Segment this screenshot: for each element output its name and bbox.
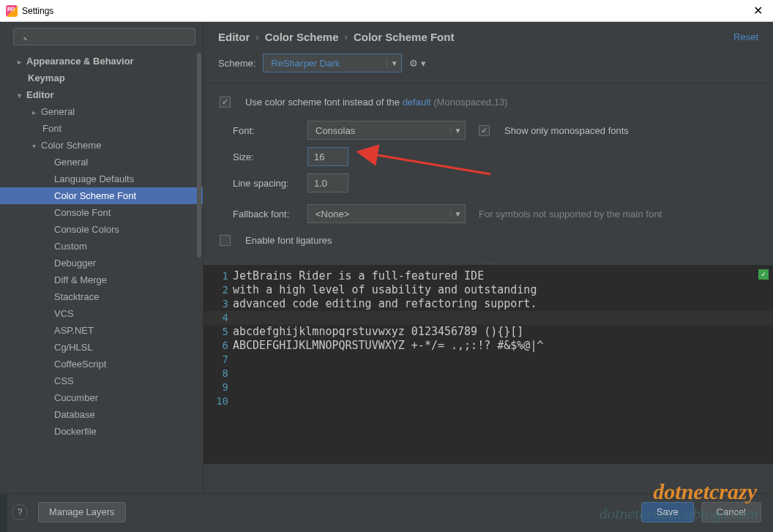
chevron-right-icon: › (345, 31, 348, 42)
dialog-footer: ? Manage Layers Save Cancel (0, 493, 773, 530)
help-button[interactable]: ? (12, 504, 28, 520)
crumb-editor[interactable]: Editor (218, 31, 250, 43)
default-link[interactable]: default (403, 97, 431, 108)
tree-arrow-icon: ▾ (18, 91, 26, 100)
tree-arrow-icon: ▸ (18, 58, 26, 66)
preview-code: JetBrains Rider is a full-featured IDEwi… (233, 269, 769, 408)
linespacing-input[interactable] (307, 173, 348, 192)
linespacing-label: Line spacing: (233, 178, 299, 189)
tree-item-css[interactable]: CSS (0, 372, 203, 389)
font-preview: 12345678910 JetBrains Rider is a full-fe… (203, 265, 773, 464)
tree-arrow-icon: ▸ (32, 108, 41, 116)
tree-item-cg-hlsl[interactable]: Cg/HLSL (0, 339, 203, 356)
chevron-down-icon: ▼ (450, 210, 465, 218)
tree-item-console-font[interactable]: Console Font (0, 204, 203, 221)
tree-item-cucumber[interactable]: Cucumber (0, 389, 203, 406)
breadcrumb: Editor › Color Scheme › Color Scheme Fon… (203, 22, 773, 50)
font-dropdown[interactable]: Consolas ▼ (307, 121, 466, 140)
tree-item-keymap[interactable]: Keymap (0, 70, 203, 86)
scheme-value: ReSharper Dark (264, 58, 386, 69)
chevron-right-icon: › (255, 31, 258, 42)
reset-link[interactable]: Reset (733, 31, 758, 42)
fallback-label: Fallback font: (233, 209, 299, 220)
tree-item-font[interactable]: Font (0, 120, 203, 137)
tree-item-database[interactable]: Database (0, 406, 203, 423)
mono-label: Show only monospaced fonts (504, 125, 629, 136)
titlebar: Settings ✕ (0, 0, 773, 22)
tree-item-color-scheme-font[interactable]: Color Scheme Font (0, 187, 203, 204)
fallback-hint: For symbols not supported by the main fo… (479, 209, 662, 220)
crumb-current: Color Scheme Font (354, 31, 455, 43)
fallback-dropdown[interactable]: <None> ▼ (307, 204, 466, 223)
size-label: Size: (233, 151, 299, 162)
search-input[interactable] (13, 28, 195, 45)
tree-item-dockerfile[interactable]: Dockerfile (0, 423, 203, 440)
tree-item-vcs[interactable]: VCS (0, 305, 203, 322)
tree-item-general[interactable]: ▸General (0, 103, 203, 120)
scheme-dropdown[interactable]: ReSharper Dark ▼ (263, 53, 402, 72)
tree-item-language-defaults[interactable]: Language Defaults (0, 171, 203, 187)
chevron-down-icon: ▼ (386, 59, 401, 67)
close-icon[interactable]: ✕ (749, 4, 767, 18)
size-input[interactable] (307, 147, 348, 166)
window-title: Settings (22, 6, 749, 16)
save-button[interactable]: Save (641, 502, 694, 522)
scrollbar[interactable] (197, 53, 201, 258)
tree-item-coffeescript[interactable]: CoffeeScript (0, 356, 203, 372)
tree-item-editor[interactable]: ▾Editor (0, 86, 203, 103)
tree-item-diff-merge[interactable]: Diff & Merge (0, 271, 203, 288)
manage-layers-button[interactable]: Manage Layers (38, 502, 126, 522)
cancel-button[interactable]: Cancel (701, 502, 761, 522)
font-label: Font: (233, 125, 299, 136)
settings-tree[interactable]: ▸Appearance & BehaviorKeymap▾Editor▸Gene… (0, 50, 203, 493)
chevron-down-icon: ▼ (450, 127, 465, 135)
tree-item-asp-net[interactable]: ASP.NET (0, 322, 203, 339)
scheme-label: Scheme: (218, 58, 255, 69)
tree-item-color-scheme[interactable]: ▾Color Scheme (0, 137, 203, 154)
tree-item-general[interactable]: General (0, 154, 203, 171)
tree-item-appearance-behavior[interactable]: ▸Appearance & Behavior (0, 53, 203, 70)
ligatures-checkbox[interactable] (220, 235, 231, 246)
app-icon (6, 5, 18, 17)
use-scheme-checkbox[interactable] (220, 97, 231, 108)
mono-checkbox[interactable] (479, 125, 490, 136)
use-scheme-label: Use color scheme font instead of the def… (245, 97, 507, 108)
check-icon: ✓ (758, 269, 769, 280)
ligatures-label: Enable font ligatures (245, 235, 332, 246)
gear-icon[interactable]: ⚙ ▾ (409, 58, 426, 69)
sidebar: ▸Appearance & BehaviorKeymap▾Editor▸Gene… (0, 22, 203, 493)
crumb-colorscheme[interactable]: Color Scheme (265, 31, 339, 43)
preview-gutter: 12345678910 (203, 265, 228, 408)
tree-item-debugger[interactable]: Debugger (0, 255, 203, 271)
tree-arrow-icon: ▾ (32, 142, 41, 150)
tree-item-console-colors[interactable]: Console Colors (0, 221, 203, 238)
tree-item-stacktrace[interactable]: Stacktrace (0, 288, 203, 305)
tree-item-custom[interactable]: Custom (0, 238, 203, 255)
